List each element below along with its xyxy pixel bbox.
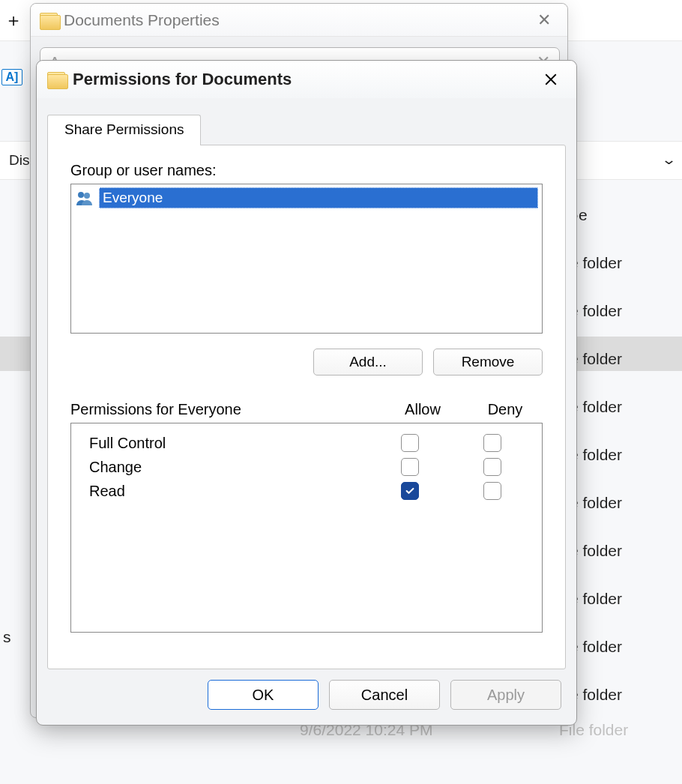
perm-row-change: Change	[76, 455, 537, 479]
close-icon	[544, 73, 558, 86]
deny-checkbox-change[interactable]	[483, 458, 501, 476]
tab-strip: Share Permissions	[37, 98, 576, 145]
deny-checkbox-full-control[interactable]	[483, 434, 501, 452]
perm-label: Change	[83, 459, 365, 476]
perm-row-read: Read	[76, 479, 537, 503]
column-fragment: Dis	[9, 152, 29, 169]
permissions-caption: Permissions for Everyone	[70, 401, 378, 418]
type-fragment: e folder	[570, 542, 675, 560]
type-fragment: e folder	[570, 350, 675, 368]
cancel-button[interactable]: Cancel	[329, 680, 440, 710]
permissions-dialog-title: Permissions for Documents	[73, 70, 292, 89]
ok-button[interactable]: OK	[208, 680, 319, 710]
group-icon	[75, 190, 94, 205]
folder-icon	[47, 72, 65, 87]
svg-point-0	[78, 192, 84, 198]
parent-dialog-title: Documents Properties	[64, 11, 220, 29]
type-column-fragments: ɔe e folder e folder e folder e folder e…	[570, 206, 675, 704]
parent-titlebar[interactable]: Documents Properties ✕	[31, 4, 567, 37]
type-fragment: ɔe	[570, 206, 675, 224]
chevron-down-icon[interactable]: ⌄	[661, 151, 677, 168]
type-fragment: e folder	[570, 446, 675, 464]
add-button[interactable]: Add...	[313, 349, 423, 376]
type-fragment: e folder	[570, 254, 675, 272]
sidebar-fragment: s	[3, 628, 11, 646]
type-fragment: e folder	[570, 590, 675, 608]
new-icon[interactable]: ＋	[4, 8, 22, 32]
close-button[interactable]	[536, 66, 566, 93]
close-icon[interactable]: ✕	[530, 7, 558, 33]
folder-icon	[40, 13, 58, 28]
dialog-buttons: OK Cancel Apply	[37, 680, 576, 725]
check-icon	[405, 486, 415, 496]
user-list[interactable]: Everyone	[70, 184, 543, 334]
allow-checkbox-read[interactable]	[401, 482, 419, 500]
type-fragment: e folder	[570, 686, 675, 704]
user-buttons-row: Add... Remove	[70, 349, 543, 376]
remove-button[interactable]: Remove	[433, 349, 543, 376]
deny-checkbox-read[interactable]	[483, 482, 501, 500]
permissions-titlebar[interactable]: Permissions for Documents	[37, 61, 576, 98]
share-permissions-panel: Group or user names: Everyone Add... Rem…	[47, 145, 566, 669]
user-name-everyone: Everyone	[99, 187, 538, 208]
group-user-label: Group or user names:	[70, 162, 543, 179]
type-fragment: e folder	[570, 302, 675, 320]
allow-checkbox-full-control[interactable]	[401, 434, 419, 452]
user-row-everyone[interactable]: Everyone	[71, 184, 542, 211]
tab-share-permissions[interactable]: Share Permissions	[47, 115, 201, 145]
allow-checkbox-change[interactable]	[401, 458, 419, 476]
svg-point-1	[84, 193, 90, 199]
perm-label: Read	[83, 483, 365, 500]
perm-label: Full Control	[83, 435, 365, 452]
allow-column-header: Allow	[378, 401, 468, 418]
type-fragment: e folder	[570, 638, 675, 656]
perm-row-full-control: Full Control	[76, 431, 537, 455]
permissions-header: Permissions for Everyone Allow Deny	[70, 401, 543, 418]
apply-button[interactable]: Apply	[450, 680, 561, 710]
permissions-table: Full Control Change Read	[70, 423, 543, 633]
deny-column-header: Deny	[468, 401, 543, 418]
rename-icon[interactable]: A]	[1, 69, 22, 85]
type-fragment: e folder	[570, 398, 675, 416]
permissions-dialog: Permissions for Documents Share Permissi…	[36, 60, 577, 726]
type-fragment: e folder	[570, 494, 675, 512]
